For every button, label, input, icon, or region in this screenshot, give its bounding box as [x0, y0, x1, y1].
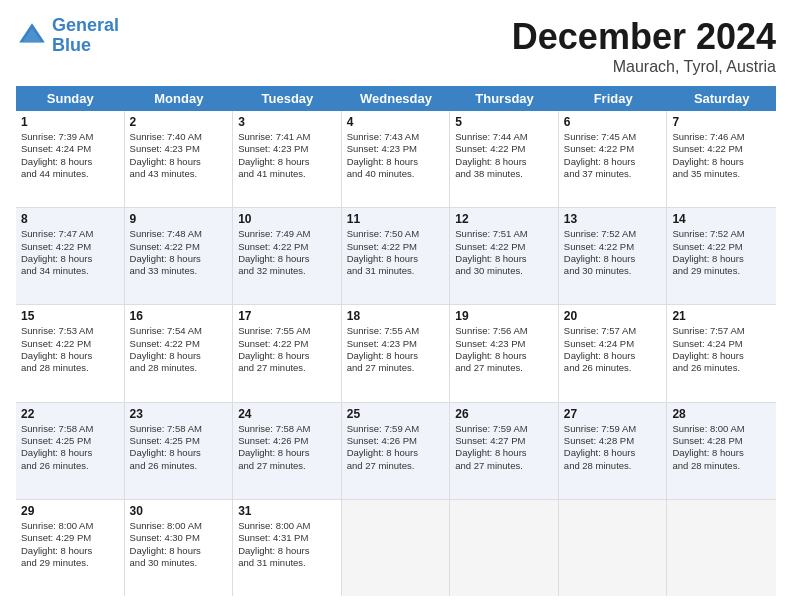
day-number: 10: [238, 212, 336, 226]
header: General Blue December 2024 Maurach, Tyro…: [16, 16, 776, 76]
minutes-text: and 35 minutes.: [672, 168, 771, 180]
calendar-cell: 3Sunrise: 7:41 AMSunset: 4:23 PMDaylight…: [233, 111, 342, 207]
day-number: 24: [238, 407, 336, 421]
day-number: 14: [672, 212, 771, 226]
calendar-row: 8Sunrise: 7:47 AMSunset: 4:22 PMDaylight…: [16, 208, 776, 305]
daylight-text: Daylight: 8 hours: [238, 545, 336, 557]
subtitle: Maurach, Tyrol, Austria: [512, 58, 776, 76]
sunrise-text: Sunrise: 7:44 AM: [455, 131, 553, 143]
calendar-header-cell: Wednesday: [342, 86, 451, 111]
sunset-text: Sunset: 4:22 PM: [347, 241, 445, 253]
calendar-cell: 27Sunrise: 7:59 AMSunset: 4:28 PMDayligh…: [559, 403, 668, 499]
daylight-text: Daylight: 8 hours: [130, 447, 228, 459]
sunrise-text: Sunrise: 7:59 AM: [455, 423, 553, 435]
sunrise-text: Sunrise: 7:47 AM: [21, 228, 119, 240]
day-number: 22: [21, 407, 119, 421]
minutes-text: and 26 minutes.: [130, 460, 228, 472]
minutes-text: and 43 minutes.: [130, 168, 228, 180]
minutes-text: and 29 minutes.: [672, 265, 771, 277]
calendar-cell: 4Sunrise: 7:43 AMSunset: 4:23 PMDaylight…: [342, 111, 451, 207]
daylight-text: Daylight: 8 hours: [347, 156, 445, 168]
day-number: 31: [238, 504, 336, 518]
day-number: 3: [238, 115, 336, 129]
sunset-text: Sunset: 4:28 PM: [564, 435, 662, 447]
sunset-text: Sunset: 4:22 PM: [672, 143, 771, 155]
sunset-text: Sunset: 4:23 PM: [455, 338, 553, 350]
calendar-cell: 30Sunrise: 8:00 AMSunset: 4:30 PMDayligh…: [125, 500, 234, 596]
calendar-cell: 17Sunrise: 7:55 AMSunset: 4:22 PMDayligh…: [233, 305, 342, 401]
daylight-text: Daylight: 8 hours: [21, 156, 119, 168]
minutes-text: and 31 minutes.: [347, 265, 445, 277]
day-number: 18: [347, 309, 445, 323]
sunrise-text: Sunrise: 7:45 AM: [564, 131, 662, 143]
sunset-text: Sunset: 4:22 PM: [455, 241, 553, 253]
daylight-text: Daylight: 8 hours: [672, 447, 771, 459]
sunset-text: Sunset: 4:22 PM: [564, 241, 662, 253]
sunrise-text: Sunrise: 7:46 AM: [672, 131, 771, 143]
minutes-text: and 27 minutes.: [238, 362, 336, 374]
day-number: 23: [130, 407, 228, 421]
day-number: 30: [130, 504, 228, 518]
calendar-row: 29Sunrise: 8:00 AMSunset: 4:29 PMDayligh…: [16, 500, 776, 596]
day-number: 21: [672, 309, 771, 323]
sunrise-text: Sunrise: 7:48 AM: [130, 228, 228, 240]
minutes-text: and 26 minutes.: [672, 362, 771, 374]
sunset-text: Sunset: 4:27 PM: [455, 435, 553, 447]
logo-line2: Blue: [52, 35, 91, 55]
sunrise-text: Sunrise: 7:55 AM: [238, 325, 336, 337]
minutes-text: and 27 minutes.: [238, 460, 336, 472]
sunset-text: Sunset: 4:26 PM: [238, 435, 336, 447]
sunrise-text: Sunrise: 7:59 AM: [347, 423, 445, 435]
minutes-text: and 30 minutes.: [564, 265, 662, 277]
sunset-text: Sunset: 4:22 PM: [238, 338, 336, 350]
calendar-header-cell: Tuesday: [233, 86, 342, 111]
calendar-header-cell: Saturday: [667, 86, 776, 111]
sunset-text: Sunset: 4:24 PM: [672, 338, 771, 350]
calendar-cell: 6Sunrise: 7:45 AMSunset: 4:22 PMDaylight…: [559, 111, 668, 207]
sunrise-text: Sunrise: 7:54 AM: [130, 325, 228, 337]
day-number: 6: [564, 115, 662, 129]
minutes-text: and 44 minutes.: [21, 168, 119, 180]
sunrise-text: Sunrise: 7:41 AM: [238, 131, 336, 143]
calendar-cell-empty: [559, 500, 668, 596]
sunrise-text: Sunrise: 7:52 AM: [672, 228, 771, 240]
day-number: 13: [564, 212, 662, 226]
sunset-text: Sunset: 4:23 PM: [347, 338, 445, 350]
minutes-text: and 31 minutes.: [238, 557, 336, 569]
calendar-cell: 11Sunrise: 7:50 AMSunset: 4:22 PMDayligh…: [342, 208, 451, 304]
calendar-cell: 9Sunrise: 7:48 AMSunset: 4:22 PMDaylight…: [125, 208, 234, 304]
day-number: 8: [21, 212, 119, 226]
sunset-text: Sunset: 4:28 PM: [672, 435, 771, 447]
daylight-text: Daylight: 8 hours: [347, 447, 445, 459]
sunset-text: Sunset: 4:22 PM: [21, 338, 119, 350]
daylight-text: Daylight: 8 hours: [347, 350, 445, 362]
day-number: 25: [347, 407, 445, 421]
daylight-text: Daylight: 8 hours: [21, 350, 119, 362]
sunset-text: Sunset: 4:29 PM: [21, 532, 119, 544]
calendar-cell: 2Sunrise: 7:40 AMSunset: 4:23 PMDaylight…: [125, 111, 234, 207]
minutes-text: and 30 minutes.: [455, 265, 553, 277]
day-number: 27: [564, 407, 662, 421]
daylight-text: Daylight: 8 hours: [238, 156, 336, 168]
sunrise-text: Sunrise: 7:50 AM: [347, 228, 445, 240]
calendar-cell: 21Sunrise: 7:57 AMSunset: 4:24 PMDayligh…: [667, 305, 776, 401]
calendar-body: 1Sunrise: 7:39 AMSunset: 4:24 PMDaylight…: [16, 111, 776, 596]
daylight-text: Daylight: 8 hours: [21, 253, 119, 265]
calendar-cell: 1Sunrise: 7:39 AMSunset: 4:24 PMDaylight…: [16, 111, 125, 207]
day-number: 9: [130, 212, 228, 226]
sunrise-text: Sunrise: 7:56 AM: [455, 325, 553, 337]
calendar-header-cell: Sunday: [16, 86, 125, 111]
day-number: 29: [21, 504, 119, 518]
sunrise-text: Sunrise: 8:00 AM: [238, 520, 336, 532]
calendar-cell: 28Sunrise: 8:00 AMSunset: 4:28 PMDayligh…: [667, 403, 776, 499]
logo-line1: General: [52, 15, 119, 35]
sunrise-text: Sunrise: 8:00 AM: [672, 423, 771, 435]
minutes-text: and 27 minutes.: [455, 460, 553, 472]
logo-text: General Blue: [52, 16, 119, 56]
day-number: 16: [130, 309, 228, 323]
day-number: 15: [21, 309, 119, 323]
calendar-cell: 5Sunrise: 7:44 AMSunset: 4:22 PMDaylight…: [450, 111, 559, 207]
day-number: 26: [455, 407, 553, 421]
calendar-header-cell: Thursday: [450, 86, 559, 111]
sunrise-text: Sunrise: 7:53 AM: [21, 325, 119, 337]
